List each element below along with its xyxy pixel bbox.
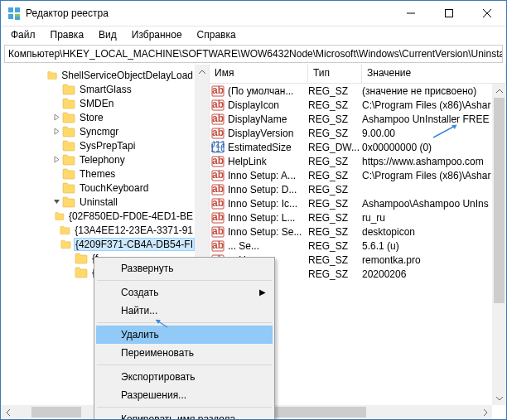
value-data: C:\Program Files (x86)\Ashar <box>362 170 492 181</box>
value-name: Inno Setup: L... <box>228 212 295 224</box>
list-header: Имя Тип Значение <box>210 65 506 84</box>
tree-row[interactable]: Uninstall <box>1 195 195 209</box>
path-input[interactable]: Компьютер\HKEY_LOCAL_MACHINE\SOFTWARE\WO… <box>4 45 503 63</box>
menu-favorites[interactable]: Избранное <box>125 27 189 42</box>
tree-label: TouchKeyboard <box>78 182 150 194</box>
tree-row[interactable]: {13A4EE12-23EA-3371-91 <box>1 223 195 237</box>
svg-text:ab: ab <box>212 239 224 251</box>
svg-rect-4 <box>15 17 20 20</box>
list-row[interactable]: abDisplayVersionREG_SZ9.00.00 <box>210 126 492 140</box>
tree-row[interactable]: SysPrepTapi <box>1 138 195 152</box>
menu-file[interactable]: Файл <box>4 27 42 42</box>
col-type[interactable]: Тип <box>308 65 362 83</box>
collapse-icon[interactable] <box>51 196 62 208</box>
tree-row[interactable]: TouchKeyboard <box>1 181 195 195</box>
tree-label: Syncmgr <box>78 126 120 138</box>
tree-row[interactable]: SmartGlass <box>1 82 195 96</box>
tree-label: Themes <box>78 168 117 180</box>
scroll-up-icon[interactable] <box>492 84 506 98</box>
value-data: (значение не присвоено) <box>362 85 492 97</box>
menu-edit[interactable]: Правка <box>44 27 91 42</box>
tree-label: {4209F371-CB4A-DB54-FI <box>74 238 195 251</box>
value-data: 9.00.00 <box>362 128 492 139</box>
col-name[interactable]: Имя <box>210 65 308 83</box>
value-type: REG_SZ <box>308 268 362 280</box>
submenu-arrow-icon: ▶ <box>259 287 266 297</box>
tree-label: Store <box>78 112 105 123</box>
value-type: REG_SZ <box>308 226 362 238</box>
value-data: 5.6.1 (u) <box>362 240 492 252</box>
list-row[interactable]: ab... Se...REG_SZ5.6.1 (u) <box>210 239 492 253</box>
value-type: REG_SZ <box>308 113 362 125</box>
menu-item[interactable]: Создать▶ <box>96 283 273 302</box>
value-type: REG_SZ <box>308 184 362 196</box>
list-row[interactable]: ab(По умолчан...REG_SZ(значение не присв… <box>210 84 492 98</box>
app-icon <box>7 7 21 20</box>
scroll-up-icon[interactable] <box>195 65 209 79</box>
svg-rect-0 <box>8 7 13 12</box>
list-row[interactable]: abInno Setup: D...REG_SZ <box>210 182 492 196</box>
maximize-button[interactable] <box>430 1 468 26</box>
value-data: 0x00000000 (0) <box>362 142 492 153</box>
tree-label: {13A4EE12-23EA-3371-91 <box>73 224 195 236</box>
value-type: REG_SZ <box>308 85 362 97</box>
list-row[interactable]: abInno Setup: A...REG_SZC:\Program Files… <box>210 168 492 182</box>
scroll-down-icon[interactable] <box>492 391 506 405</box>
expand-icon[interactable] <box>51 154 62 166</box>
tree-row[interactable]: Syncmgr <box>1 124 195 138</box>
list-row[interactable]: abDisplayNameREG_SZAshampoo UnInstaller … <box>210 112 492 126</box>
tree-row[interactable]: {4209F371-CB4A-DB54-FI <box>1 237 195 251</box>
list-row[interactable]: abInno Setup: Ic...REG_SZAshampoo\Ashamp… <box>210 196 492 210</box>
scroll-thumb[interactable] <box>494 98 505 303</box>
menu-item[interactable]: Найти... <box>96 302 273 320</box>
scroll-right-icon[interactable] <box>478 409 492 416</box>
menu-separator <box>97 322 272 323</box>
scroll-left-icon[interactable] <box>1 409 15 416</box>
path-text: Компьютер\HKEY_LOCAL_MACHINE\SOFTWARE\WO… <box>8 48 503 60</box>
menu-separator <box>97 280 272 281</box>
menu-item[interactable]: Развернуть <box>96 259 273 278</box>
close-button[interactable] <box>468 1 506 26</box>
tree-label: Telephony <box>78 154 127 166</box>
menu-help[interactable]: Справка <box>191 27 243 42</box>
tree-row[interactable]: {02F850ED-FD0E-4ED1-BE <box>1 209 195 223</box>
tree-row[interactable]: SMDEn <box>1 96 195 110</box>
tree-row[interactable]: Themes <box>1 167 195 181</box>
expand-icon[interactable] <box>51 112 62 123</box>
menu-item[interactable]: Удалить <box>96 326 273 344</box>
value-name: EstimatedSize <box>228 142 292 153</box>
list-row[interactable]: abInno Setup: L...REG_SZru_ru <box>210 210 492 224</box>
value-type: REG_DW... <box>308 142 362 153</box>
list-row[interactable]: 011110EstimatedSizeREG_DW...0x00000000 (… <box>210 140 492 154</box>
svg-rect-2 <box>8 14 13 19</box>
value-data: remontka.pro <box>362 254 492 266</box>
tree-row[interactable]: Store <box>1 110 195 124</box>
tree-row[interactable]: Telephony <box>1 152 195 167</box>
svg-text:ab: ab <box>212 183 224 195</box>
menu-separator <box>97 364 272 365</box>
minimize-button[interactable] <box>392 1 430 26</box>
context-menu[interactable]: РазвернутьСоздать▶Найти...УдалитьПереиме… <box>94 257 275 420</box>
scroll-thumb[interactable] <box>31 407 81 418</box>
col-value[interactable]: Значение <box>362 65 506 83</box>
expand-icon[interactable] <box>51 126 62 138</box>
list-row[interactable]: abDisplayIconREG_SZC:\Program Files (x86… <box>210 98 492 112</box>
value-data: desktopicon <box>362 226 492 238</box>
tree-label: SMDEn <box>78 98 115 109</box>
menu-view[interactable]: Вид <box>92 27 123 42</box>
value-name: Inno Setup: Se... <box>228 226 302 238</box>
menu-item[interactable]: Разрешения... <box>96 386 273 404</box>
list-vscrollbar[interactable] <box>492 84 506 405</box>
value-name: Inno Setup: D... <box>228 184 297 196</box>
menu-item[interactable]: Копировать имя раздела <box>96 410 273 420</box>
menu-item[interactable]: Экспортировать <box>96 368 273 386</box>
tree-label: Uninstall <box>78 196 119 208</box>
tree-row[interactable]: ShellServiceObjectDelayLoad <box>1 68 195 82</box>
tree-label: {02F850ED-FD0E-4ED1-BE <box>67 210 195 222</box>
svg-text:ab: ab <box>212 197 224 209</box>
list-row[interactable]: abHelpLinkREG_SZhttps://www.ashampoo.com <box>210 154 492 168</box>
menu-item[interactable]: Переименовать <box>96 344 273 362</box>
value-data: Ashampoo\Ashampoo UnIns <box>362 198 492 210</box>
list-row[interactable]: abInno Setup: Se...REG_SZdesktopicon <box>210 224 492 239</box>
value-name: ... Se... <box>228 240 259 252</box>
